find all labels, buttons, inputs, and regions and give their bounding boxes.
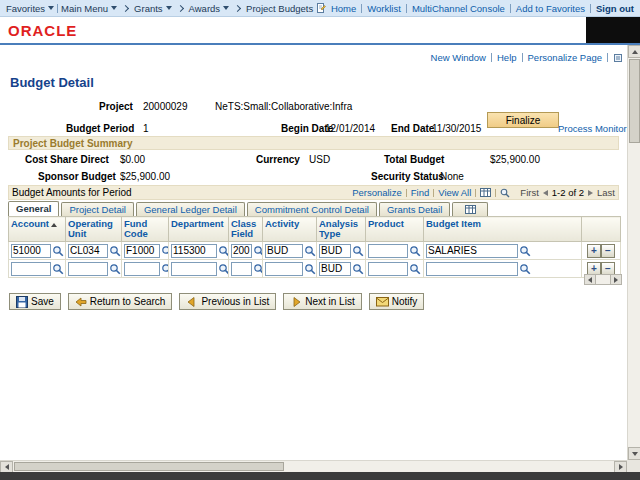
first-link[interactable]: First (520, 187, 538, 198)
lookup-icon[interactable] (109, 245, 121, 257)
show-all-columns-tab[interactable] (452, 202, 488, 216)
scroll-right-button[interactable] (610, 274, 622, 285)
department-input[interactable] (171, 244, 217, 258)
lookup-icon[interactable] (519, 263, 531, 275)
account-input[interactable] (11, 262, 51, 276)
tab-project-detail[interactable]: Project Detail (61, 202, 134, 216)
personalize-page-link[interactable]: Personalize Page (528, 52, 602, 63)
favorites-menu[interactable]: Favorites (6, 3, 45, 14)
worklist-link[interactable]: Worklist (367, 3, 401, 14)
lookup-icon[interactable] (519, 245, 531, 257)
lookup-icon[interactable] (52, 263, 64, 275)
lookup-icon[interactable] (352, 263, 364, 275)
grid-horizontal-scrollbar[interactable] (584, 274, 622, 285)
lookup-icon[interactable] (253, 263, 263, 275)
lookup-icon[interactable] (304, 263, 316, 275)
new-window-link[interactable]: New Window (431, 52, 486, 63)
download-icon[interactable] (480, 188, 491, 198)
breadcrumb-awards[interactable]: Awards (189, 3, 221, 14)
scroll-track[interactable] (596, 274, 610, 285)
add-row-button[interactable]: + (587, 244, 601, 258)
previous-in-list-button[interactable]: Previous in List (179, 293, 276, 310)
add-to-favorites-link[interactable]: Add to Favorites (516, 3, 585, 14)
breadcrumb-grants[interactable]: Grants (134, 3, 163, 14)
lookup-icon[interactable] (161, 263, 169, 275)
edit-page-icon[interactable] (316, 3, 326, 13)
page-toolbar: Save Return to Search Previous in List N… (9, 293, 424, 310)
column-header-budget-item[interactable]: Budget Item (424, 217, 582, 242)
scroll-up-button[interactable] (628, 45, 640, 58)
tab-general-ledger-detail[interactable]: General Ledger Detail (136, 202, 245, 216)
class-field-input[interactable] (231, 244, 252, 258)
next-in-list-button[interactable]: Next in List (283, 293, 361, 310)
column-header-product[interactable]: Product (366, 217, 424, 242)
lookup-icon[interactable] (304, 245, 316, 257)
lookup-icon[interactable] (109, 263, 121, 275)
operating-unit-input[interactable] (68, 244, 108, 258)
zoom-icon[interactable] (500, 188, 510, 198)
horizontal-scroll-thumb[interactable] (14, 462, 284, 471)
column-header-operating-unit[interactable]: Operating Unit (66, 217, 122, 242)
finalize-button[interactable]: Finalize (487, 112, 559, 128)
last-link[interactable]: Last (597, 187, 615, 198)
lookup-icon[interactable] (218, 263, 229, 275)
personalize-link[interactable]: Personalize (352, 187, 402, 198)
tab-grants-detail[interactable]: Grants Detail (379, 202, 450, 216)
save-button[interactable]: Save (9, 293, 61, 310)
sign-out-link[interactable]: Sign out (596, 3, 634, 14)
delete-row-button[interactable]: − (601, 244, 615, 258)
sort-asc-icon (51, 223, 57, 227)
horizontal-scrollbar[interactable] (0, 460, 627, 472)
lookup-icon[interactable] (253, 245, 263, 257)
total-budget-label: Total Budget (384, 154, 444, 165)
class-field-input[interactable] (231, 262, 252, 276)
vertical-scroll-thumb[interactable] (629, 59, 640, 143)
project-name: NeTS:Small:Collaborative:Infra (215, 101, 352, 112)
product-input[interactable] (368, 244, 408, 258)
find-link[interactable]: Find (411, 187, 429, 198)
column-header-activity[interactable]: Activity (263, 217, 317, 242)
account-input[interactable] (11, 244, 51, 258)
lookup-icon[interactable] (161, 245, 169, 257)
process-monitor-link[interactable]: Process Monitor (558, 123, 627, 134)
end-date-label: End Date (391, 123, 434, 134)
lookup-icon[interactable] (409, 263, 421, 275)
help-link[interactable]: Help (497, 52, 517, 63)
notify-button[interactable]: Notify (369, 293, 425, 310)
analysis-type-input[interactable] (319, 262, 351, 276)
product-input[interactable] (368, 262, 408, 276)
home-link[interactable]: Home (331, 3, 356, 14)
column-header-department[interactable]: Department (169, 217, 229, 242)
analysis-type-input[interactable] (319, 244, 351, 258)
scroll-down-button[interactable] (628, 447, 640, 460)
separator (510, 4, 511, 13)
lookup-icon[interactable] (409, 245, 421, 257)
lookup-icon[interactable] (218, 245, 229, 257)
project-label: Project (99, 101, 133, 112)
lookup-icon[interactable] (52, 245, 64, 257)
department-input[interactable] (171, 262, 217, 276)
copy-url-icon[interactable] (613, 53, 623, 63)
column-header-analysis-type[interactable]: Analysis Type (317, 217, 366, 242)
column-header-account[interactable]: Account (9, 217, 66, 242)
fund-code-input[interactable] (124, 262, 160, 276)
column-header-fund-code[interactable]: Fund Code (122, 217, 169, 242)
return-to-search-button[interactable]: Return to Search (68, 293, 173, 310)
scroll-left-button[interactable] (584, 274, 596, 285)
column-header-class-field[interactable]: Class Field (229, 217, 263, 242)
activity-input[interactable] (265, 262, 303, 276)
vertical-scrollbar[interactable] (627, 45, 640, 460)
multichannel-console-link[interactable]: MultiChannel Console (412, 3, 505, 14)
main-menu[interactable]: Main Menu (61, 3, 108, 14)
budget-item-input[interactable] (426, 262, 518, 276)
fund-code-input[interactable] (124, 244, 160, 258)
previous-page-icon[interactable] (543, 190, 548, 196)
operating-unit-input[interactable] (68, 262, 108, 276)
tab-commitment-control-detail[interactable]: Commitment Control Detail (247, 202, 377, 216)
view-all-link[interactable]: View All (438, 187, 471, 198)
activity-input[interactable] (265, 244, 303, 258)
next-page-icon[interactable] (588, 190, 593, 196)
lookup-icon[interactable] (352, 245, 364, 257)
tab-general[interactable]: General (8, 201, 59, 216)
budget-item-input[interactable] (426, 244, 518, 258)
